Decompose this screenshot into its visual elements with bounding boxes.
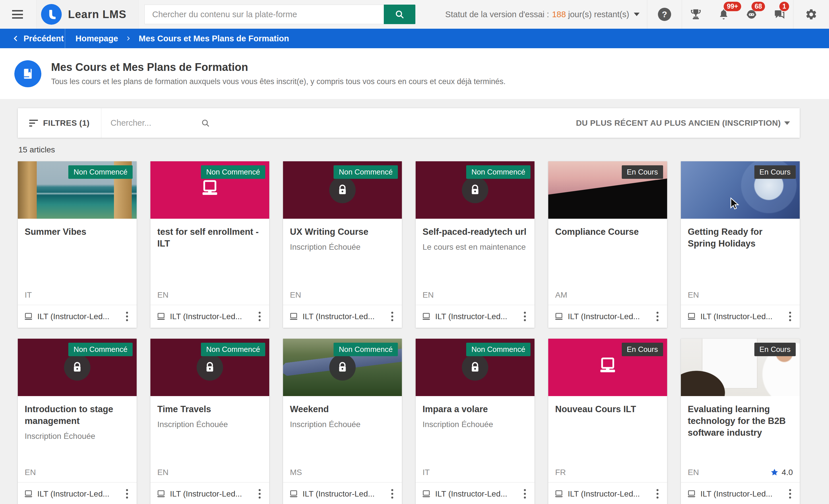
course-banner: Non Commencé	[150, 339, 269, 396]
laptop-icon	[200, 178, 220, 199]
global-search-input[interactable]	[144, 5, 384, 24]
kebab-menu-icon[interactable]	[521, 309, 529, 324]
laptop-icon	[421, 312, 431, 321]
course-card-body: Introduction to stage management Inscrip…	[18, 396, 137, 482]
trial-status-prefix: Statut de la version d'essai :	[445, 10, 549, 19]
course-banner: En Cours	[548, 339, 667, 396]
status-badge: Non Commencé	[333, 165, 398, 179]
course-card-body: Getting Ready for Spring Holidays EN	[681, 219, 800, 305]
course-card[interactable]: En Cours Compliance Course AM ILT (Instr…	[548, 161, 667, 328]
course-card[interactable]: Non Commencé test for self enrollment - …	[150, 161, 269, 328]
course-type-label: ILT (Instructor-Led...	[700, 489, 772, 499]
course-banner: Non Commencé	[283, 161, 402, 219]
course-title: Self-paced-readytech url	[423, 226, 528, 238]
course-card-footer: ILT (Instructor-Led...	[283, 482, 402, 504]
course-type-label: ILT (Instructor-Led...	[435, 312, 507, 321]
course-language: IT	[25, 290, 32, 300]
course-status-text: Inscription Échouée	[25, 432, 130, 441]
course-card-footer: ILT (Instructor-Led...	[681, 482, 800, 504]
back-button[interactable]: Précédent	[0, 34, 65, 43]
lock-icon	[329, 354, 356, 381]
filters-button[interactable]: FILTRES (1)	[18, 108, 101, 138]
course-type-label: ILT (Instructor-Led...	[568, 489, 640, 499]
kebab-menu-icon[interactable]	[521, 486, 529, 501]
course-card-body: Nouveau Cours ILT FR	[548, 396, 667, 482]
course-card-footer: ILT (Instructor-Led...	[681, 305, 800, 328]
kebab-menu-icon[interactable]	[388, 486, 396, 501]
app-logo[interactable]: Learn LMS	[36, 0, 139, 29]
rating-value: 4.0	[782, 468, 793, 477]
course-card[interactable]: En Cours Evaluating learning technology …	[681, 339, 800, 504]
breadcrumb-homepage[interactable]: Homepage	[75, 34, 118, 43]
course-card-body: Summer Vibes IT	[18, 219, 137, 305]
course-type-label: ILT (Instructor-Led...	[568, 312, 640, 321]
course-language: MS	[290, 468, 302, 477]
trial-status-dropdown[interactable]: Statut de la version d'essai : 188 jour(…	[445, 10, 647, 19]
kebab-menu-icon[interactable]	[654, 309, 661, 324]
laptop-icon	[156, 489, 166, 499]
kebab-menu-icon[interactable]	[388, 309, 396, 324]
course-card[interactable]: En Cours Getting Ready for Spring Holida…	[681, 161, 800, 328]
search-icon	[394, 9, 405, 20]
trophy-icon	[690, 8, 702, 21]
course-language: EN	[688, 468, 699, 477]
laptop-icon	[156, 312, 166, 321]
course-title: test for self enrollment - ILT	[157, 226, 262, 250]
course-title: UX Writing Course	[290, 226, 395, 238]
course-card-body: Weekend Inscription Échouée MS	[283, 396, 402, 482]
menu-icon[interactable]	[12, 10, 23, 19]
trial-status-suffix: jour(s) restant(s)	[568, 10, 629, 19]
course-language: IT	[423, 468, 430, 477]
course-card-body: Evaluating learning technology for the B…	[681, 396, 800, 482]
status-badge: En Cours	[622, 165, 663, 179]
laptop-icon	[289, 312, 298, 321]
logo-circle-icon	[41, 4, 62, 25]
breadcrumb: Homepage Mes Cours et Mes Plans de Forma…	[65, 34, 289, 43]
messages-button[interactable]: 1	[765, 0, 793, 29]
laptop-icon	[421, 489, 431, 499]
course-card[interactable]: En Cours Nouveau Cours ILT FR ILT (Instr…	[548, 339, 667, 504]
course-status-text: Inscription Échouée	[290, 243, 395, 252]
global-search-button[interactable]	[384, 5, 416, 24]
help-button[interactable]: ?	[647, 0, 682, 29]
list-search-input[interactable]	[106, 118, 201, 128]
course-type-label: ILT (Instructor-Led...	[302, 312, 374, 321]
course-title: Introduction to stage management	[25, 403, 130, 427]
status-badge: En Cours	[754, 343, 796, 356]
course-card[interactable]: Non Commencé UX Writing Course Inscripti…	[283, 161, 402, 328]
kebab-menu-icon[interactable]	[786, 486, 794, 501]
filter-icon	[29, 120, 38, 127]
course-status-text: Inscription Échouée	[423, 420, 528, 429]
course-card[interactable]: Non Commencé Impara a volare Inscription…	[416, 339, 535, 504]
course-card-footer: ILT (Instructor-Led...	[416, 482, 535, 504]
kebab-menu-icon[interactable]	[123, 486, 131, 501]
kebab-menu-icon[interactable]	[256, 486, 263, 501]
notifications-button[interactable]: 99+	[710, 0, 738, 29]
course-card[interactable]: Non Commencé Summer Vibes IT ILT (Instru…	[18, 161, 137, 328]
sort-dropdown[interactable]: DU PLUS RÉCENT AU PLUS ANCIEN (INSCRIPTI…	[576, 118, 800, 128]
laptop-icon	[554, 489, 564, 499]
course-banner: Non Commencé	[150, 161, 269, 219]
lock-icon	[64, 354, 91, 381]
settings-button[interactable]	[793, 0, 829, 29]
assistant-button[interactable]: 68	[738, 0, 765, 29]
topbar: Learn LMS Statut de la version d'essai :…	[0, 0, 829, 29]
gamification-button[interactable]	[682, 0, 710, 29]
kebab-menu-icon[interactable]	[786, 309, 794, 324]
course-type-label: ILT (Instructor-Led...	[37, 489, 109, 499]
laptop-icon	[687, 489, 696, 499]
kebab-menu-icon[interactable]	[123, 309, 131, 324]
course-card-body: UX Writing Course Inscription Échouée EN	[283, 219, 402, 305]
course-card-footer: ILT (Instructor-Led...	[548, 482, 667, 504]
course-card[interactable]: Non Commencé Introduction to stage manag…	[18, 339, 137, 504]
kebab-menu-icon[interactable]	[256, 309, 263, 324]
course-title: Impara a volare	[423, 403, 528, 415]
results-count: 15 articles	[19, 145, 800, 154]
course-card[interactable]: Non Commencé Weekend Inscription Échouée…	[283, 339, 402, 504]
course-card[interactable]: Non Commencé Time Travels Inscription Éc…	[150, 339, 269, 504]
course-type-label: ILT (Instructor-Led...	[170, 312, 242, 321]
course-banner: Non Commencé	[283, 339, 402, 396]
course-card[interactable]: Non Commencé Self-paced-readytech url Le…	[416, 161, 535, 328]
laptop-icon	[24, 312, 33, 321]
kebab-menu-icon[interactable]	[654, 486, 661, 501]
